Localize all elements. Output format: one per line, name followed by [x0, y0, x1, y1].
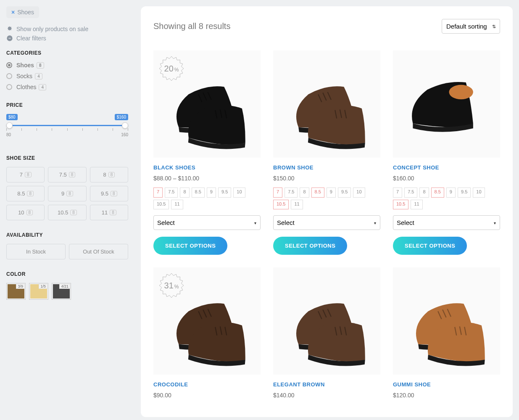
product-image[interactable] [393, 267, 500, 375]
product-image[interactable] [273, 50, 380, 158]
results-count: Showing all 8 results [153, 21, 230, 31]
product-card: 20% BLACK SHOES $88.00 – $110.00 77.588.… [153, 50, 261, 255]
price-max-label: $160 [115, 114, 128, 120]
product-sizes: 77.588.599.51010.511 [393, 188, 500, 209]
clear-filters-button[interactable]: Clear filters [6, 35, 128, 42]
product-image[interactable] [273, 267, 380, 375]
slider-thumb-min[interactable] [6, 122, 13, 129]
product-size-option[interactable]: 7.5 [165, 188, 178, 198]
availability-out-of-stock[interactable]: Out Of Stock [69, 244, 128, 259]
size-filter-10[interactable]: 108 [6, 205, 45, 220]
select-options-button[interactable]: SELECT OPTIONS [153, 237, 227, 255]
product-price: $90.00 [153, 392, 261, 399]
product-size-option[interactable]: 7.5 [404, 188, 417, 198]
product-size-option[interactable]: 11 [171, 200, 183, 210]
category-count: 4 [39, 84, 46, 90]
size-filter-8.5[interactable]: 8.58 [6, 186, 45, 201]
on-sale-label: Show only products on sale [16, 26, 88, 32]
product-title[interactable]: CONCEPT SHOE [393, 164, 500, 171]
product-card: CONCEPT SHOE $160.00 77.588.599.51010.51… [393, 50, 500, 255]
product-size-option[interactable]: 8.5 [311, 188, 324, 198]
product-card: BROWN SHOE $150.00 77.588.599.51010.511 … [273, 50, 380, 255]
clear-icon [6, 35, 13, 42]
availability-in-stock[interactable]: In Stock [6, 244, 66, 259]
product-image[interactable] [393, 50, 500, 158]
price-min-tick: 80 [6, 132, 11, 137]
color-swatch[interactable]: 3/9 [6, 283, 26, 300]
product-title[interactable]: BROWN SHOE [273, 164, 380, 171]
radio-icon [6, 62, 12, 68]
discount-badge: 31% [159, 273, 184, 298]
radio-icon [6, 84, 12, 90]
availability-heading: AVAILABILITY [6, 232, 128, 238]
category-item-socks[interactable]: Socks 4 [6, 73, 128, 79]
select-options-button[interactable]: SELECT OPTIONS [393, 237, 467, 255]
color-section: COLOR 3/9 1/5 4/21 [6, 271, 128, 300]
product-size-option[interactable]: 8 [300, 188, 309, 198]
product-size-option[interactable]: 9.5 [218, 188, 231, 198]
size-filter-9[interactable]: 98 [48, 186, 86, 201]
size-filter-7.5[interactable]: 7.58 [48, 167, 86, 182]
size-filter-10.5[interactable]: 10.58 [48, 205, 86, 220]
product-image[interactable]: 20% [153, 50, 261, 158]
product-size-option[interactable]: 9.5 [458, 188, 471, 198]
category-item-clothes[interactable]: Clothes 4 [6, 84, 128, 90]
product-title[interactable]: GUMMI SHOE [393, 381, 500, 388]
variant-select[interactable]: Select [393, 215, 500, 230]
size-filter-8[interactable]: 88 [90, 167, 128, 182]
color-heading: COLOR [6, 271, 128, 277]
product-sizes: 77.588.599.51010.511 [273, 188, 380, 209]
price-max-tick: 160 [121, 132, 128, 137]
product-price: $88.00 – $110.00 [153, 175, 261, 182]
product-size-option[interactable]: 10.5 [393, 200, 408, 210]
show-on-sale-button[interactable]: Show only products on sale [6, 26, 128, 32]
variant-select[interactable]: Select [273, 215, 380, 230]
product-size-option[interactable]: 7 [393, 188, 402, 198]
product-title[interactable]: BLACK SHOES [153, 164, 261, 171]
slider-track [6, 125, 128, 126]
product-size-option[interactable]: 7 [273, 188, 282, 198]
product-size-option[interactable]: 11 [291, 200, 303, 210]
product-size-option[interactable]: 7.5 [285, 188, 298, 198]
product-size-option[interactable]: 9.5 [338, 188, 351, 198]
active-filter-tag[interactable]: × Shoes [6, 6, 39, 18]
clear-filters-label: Clear filters [16, 35, 46, 42]
size-filter-9.5[interactable]: 9.58 [90, 186, 128, 201]
product-size-option[interactable]: 8.5 [431, 188, 444, 198]
product-size-option[interactable]: 9 [327, 188, 336, 198]
size-filter-7[interactable]: 78 [6, 167, 45, 182]
product-title[interactable]: CROCODILE [153, 381, 261, 388]
color-swatch[interactable]: 1/5 [29, 283, 48, 300]
remove-filter-icon: × [11, 9, 15, 16]
sort-select[interactable]: Default sorting [442, 19, 500, 34]
variant-select[interactable]: Select [153, 215, 261, 230]
product-size-option[interactable]: 9 [207, 188, 216, 198]
price-section: PRICE $80 $160 80 160 [6, 102, 128, 143]
filter-sidebar: × Shoes Show only products on sale Clear… [6, 6, 128, 417]
product-size-option[interactable]: 9 [446, 188, 456, 198]
select-options-button[interactable]: SELECT OPTIONS [273, 237, 347, 255]
product-size-option[interactable]: 8 [419, 188, 429, 198]
product-size-option[interactable]: 11 [411, 200, 422, 210]
price-slider[interactable]: $80 $160 80 160 [6, 114, 128, 143]
product-size-option[interactable]: 10 [353, 188, 365, 198]
active-filter-label: Shoes [17, 9, 34, 16]
product-size-option[interactable]: 8 [180, 188, 189, 198]
product-size-option[interactable]: 10.5 [273, 200, 289, 210]
color-swatch[interactable]: 4/21 [52, 283, 71, 300]
product-size-option[interactable]: 7 [153, 188, 163, 198]
product-card: 31% CROCODILE $90.00 [153, 267, 261, 404]
price-min-label: $80 [6, 114, 18, 120]
product-title[interactable]: ELEGANT BROWN [273, 381, 380, 388]
size-count: 8 [110, 210, 116, 215]
category-item-shoes[interactable]: Shoes 8 [6, 62, 128, 69]
slider-thumb-max[interactable] [122, 122, 128, 129]
shoe-size-section: SHOE SIZE 787.58888.58989.5810810.58118 [6, 155, 128, 220]
discount-badge: 20% [159, 56, 184, 81]
product-image[interactable]: 31% [153, 267, 261, 375]
product-size-option[interactable]: 8.5 [192, 188, 205, 198]
product-size-option[interactable]: 10 [233, 188, 245, 198]
product-size-option[interactable]: 10 [473, 188, 485, 198]
size-filter-11[interactable]: 118 [90, 205, 128, 220]
product-size-option[interactable]: 10.5 [153, 200, 169, 210]
